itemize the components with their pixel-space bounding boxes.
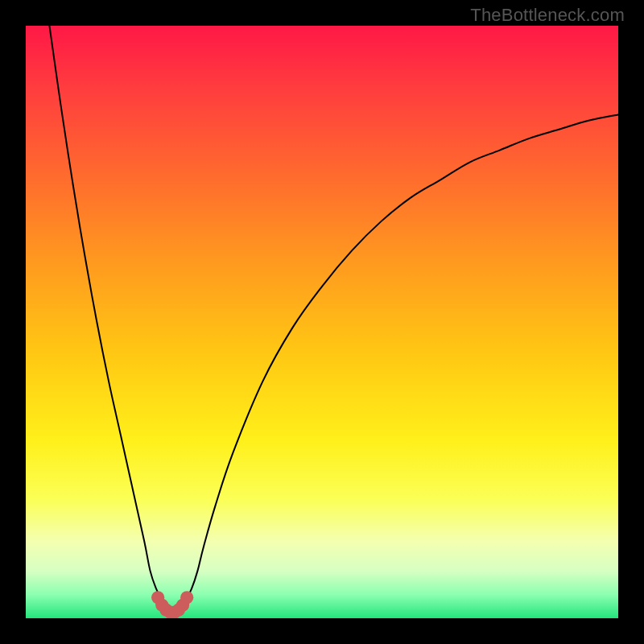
marker-dot: [180, 591, 193, 604]
watermark-text: TheBottleneck.com: [470, 5, 625, 26]
plot-area: [26, 26, 618, 618]
gradient-bg: [26, 26, 618, 618]
chart-frame: TheBottleneck.com: [0, 0, 644, 644]
bottleneck-chart: [26, 26, 618, 618]
